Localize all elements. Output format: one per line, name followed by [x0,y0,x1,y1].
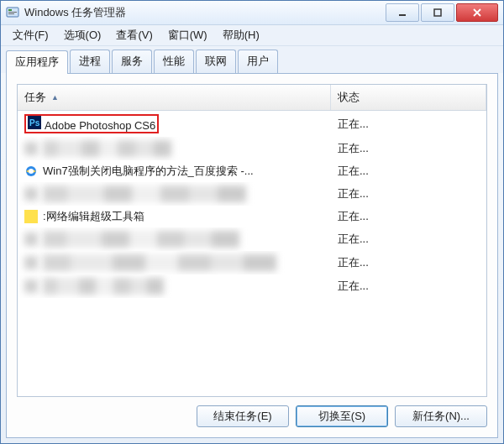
svg-text:Ps: Ps [29,118,40,128]
task-cell [18,274,331,298]
titlebar[interactable]: Windows 任务管理器 [1,1,503,25]
status-cell: 正在... [331,183,486,205]
svg-rect-3 [8,13,14,14]
task-cell [18,137,331,160]
highlight-box: PsAdobe Photoshop CS6 [24,114,159,133]
maximize-button[interactable] [421,3,454,22]
status-cell: 正在... [331,228,486,250]
table-row[interactable]: :网络编辑超级工具箱正在... [18,206,486,227]
task-label: Win7强制关闭电脑程序的方法_百度搜索 -... [43,164,254,179]
switch-to-button[interactable]: 切换至(S) [296,405,388,427]
svg-rect-1 [8,9,12,11]
task-cell: :网络编辑超级工具箱 [18,206,331,227]
applications-listview[interactable]: 任务 ▲ 状态 PsAdobe Photoshop CS6正在...正在...W… [17,84,487,397]
status-cell: 正在... [331,206,486,227]
svg-point-10 [29,169,34,174]
svg-rect-2 [8,12,17,13]
column-header-task-label: 任务 [24,90,46,105]
table-row[interactable]: 正在... [18,251,486,274]
tab-performance[interactable]: 性能 [154,50,194,73]
svg-rect-8 [24,142,38,155]
ie-icon [24,165,38,178]
tab-processes[interactable]: 进程 [70,50,110,73]
blur-icon [24,187,38,201]
menu-file[interactable]: 文件(F) [6,26,55,44]
table-row[interactable]: PsAdobe Photoshop CS6正在... [18,111,486,137]
listview-body: PsAdobe Photoshop CS6正在...正在...Win7强制关闭电… [18,111,486,396]
sort-indicator-icon: ▲ [51,93,59,102]
redacted-task-label [43,231,239,248]
yellow-icon [24,210,38,223]
status-cell: 正在... [331,252,486,274]
task-cell [18,182,331,206]
tab-users[interactable]: 用户 [238,50,278,73]
blur-icon [24,256,38,269]
blur-icon [24,279,38,293]
ps-icon: Ps [28,116,41,129]
table-row[interactable]: 正在... [18,274,486,298]
end-task-button[interactable]: 结束任务(E) [197,405,289,427]
svg-rect-4 [399,14,406,16]
table-row[interactable]: 正在... [18,182,486,206]
tab-applications[interactable]: 应用程序 [6,50,68,74]
status-cell: 正在... [331,275,486,297]
redacted-task-label [43,140,171,157]
tab-network[interactable]: 联网 [196,50,236,73]
table-row[interactable]: Win7强制关闭电脑程序的方法_百度搜索 -...正在... [18,160,486,182]
menu-window[interactable]: 窗口(W) [161,26,214,44]
task-cell: PsAdobe Photoshop CS6 [18,111,331,137]
column-header-status[interactable]: 状态 [331,85,486,110]
menubar: 文件(F) 选项(O) 查看(V) 窗口(W) 帮助(H) [1,25,503,46]
status-cell: 正在... [331,138,486,159]
status-cell: 正在... [331,113,486,135]
task-label: Adobe Photoshop CS6 [45,119,155,132]
listview-header: 任务 ▲ 状态 [18,85,486,111]
tab-services[interactable]: 服务 [112,50,152,73]
column-header-task[interactable]: 任务 ▲ [18,85,331,110]
close-button[interactable] [456,3,498,22]
redacted-task-label [43,185,246,202]
action-buttons: 结束任务(E) 切换至(S) 新任务(N)... [17,397,487,427]
tabstrip: 应用程序 进程 服务 性能 联网 用户 [1,46,503,73]
task-cell [18,227,331,251]
svg-rect-15 [24,279,38,293]
new-task-button[interactable]: 新任务(N)... [395,405,487,427]
menu-help[interactable]: 帮助(H) [216,26,266,44]
table-row[interactable]: 正在... [18,137,486,160]
svg-rect-5 [434,9,441,16]
menu-view[interactable]: 查看(V) [109,26,159,44]
task-label: :网络编辑超级工具箱 [43,209,144,224]
task-manager-window: Windows 任务管理器 文件(F) 选项(O) 查看(V) 窗口(W) 帮助… [0,0,504,444]
window-controls [384,3,498,22]
minimize-button[interactable] [386,3,419,22]
table-row[interactable]: 正在... [18,227,486,251]
status-cell: 正在... [331,160,486,182]
blur-icon [24,142,38,155]
task-cell: Win7强制关闭电脑程序的方法_百度搜索 -... [18,160,331,182]
applications-panel: 任务 ▲ 状态 PsAdobe Photoshop CS6正在...正在...W… [6,73,498,438]
svg-rect-11 [24,187,38,201]
svg-rect-12 [24,210,38,223]
task-cell [18,251,331,274]
svg-rect-14 [24,256,38,269]
app-icon [6,6,19,19]
window-title: Windows 任务管理器 [24,5,384,20]
blur-icon [24,232,38,246]
redacted-task-label [43,254,276,271]
svg-rect-13 [24,232,38,246]
redacted-task-label [43,278,164,295]
menu-options[interactable]: 选项(O) [57,26,108,44]
